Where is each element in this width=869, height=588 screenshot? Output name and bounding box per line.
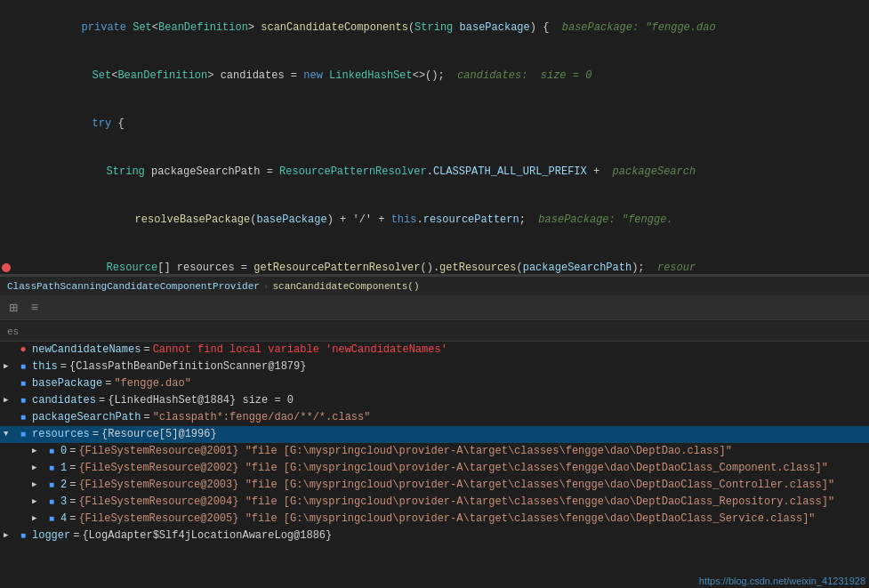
expand-arrow-res3: ▶	[32, 494, 43, 511]
expand-arrow-res0: ▶	[32, 443, 43, 460]
code-line-4: String packageSearchPath = ResourcePatte…	[0, 148, 869, 196]
var-eq-this: =	[60, 358, 67, 375]
code-content-3: try {	[27, 100, 869, 148]
breadcrumb-method: scanCandidateComponents()	[272, 281, 419, 292]
debug-toolbar: ⊞ ≡	[0, 295, 869, 320]
var-row-packageSearchPath[interactable]: ■ packageSearchPath = "classpath*:fengge…	[0, 409, 869, 426]
expand-arrow-logger: ▶	[4, 528, 14, 544]
var-eq-res4: =	[69, 511, 76, 528]
var-icon-logger: ■	[16, 528, 30, 544]
breakpoint-6	[2, 263, 11, 272]
watermark: https://blog.csdn.net/weixin_41231928	[699, 576, 865, 586]
var-row-basePackage[interactable]: ■ basePackage = "fengge.dao"	[0, 375, 869, 392]
code-content-2: Set<BeanDefinition> candidates = new Lin…	[27, 52, 869, 100]
var-name-basePackage: basePackage	[32, 375, 102, 392]
var-row-logger[interactable]: ▶ ■ logger = {LogAdapter$Slf4jLocationAw…	[0, 528, 869, 544]
var-icon-resources: ■	[16, 426, 30, 443]
code-line-6: Resource[] resources = getResourcePatter…	[0, 244, 869, 276]
var-eq-basePackage: =	[105, 375, 111, 392]
var-icon-res3: ■	[44, 494, 59, 511]
var-val-resources: {Resource[5]@1996}	[101, 426, 217, 443]
var-name-logger: logger	[32, 528, 70, 544]
expand-arrow-res2: ▶	[32, 477, 43, 494]
expand-arrow-candidates: ▶	[4, 392, 14, 409]
var-icon-newCandidateNames: ●	[16, 342, 30, 358]
expand-arrow-resources: ▼	[4, 426, 14, 443]
var-icon-res2: ■	[44, 477, 59, 494]
var-eq-resources: =	[93, 426, 99, 443]
var-row-res2[interactable]: ▶ ■ 2 = {FileSystemResource@2003} "file …	[0, 477, 869, 494]
var-name-candidates: candidates	[32, 392, 96, 409]
code-content-5: resolveBasePackage(basePackage) + '/' + …	[27, 196, 869, 244]
var-val-newCandidateNames: Cannot find local variable 'newCandidate…	[153, 342, 447, 358]
var-name-newCandidateNames: newCandidateNames	[32, 342, 141, 358]
var-name-resources: resources	[32, 426, 90, 443]
variables-panel: es ● newCandidateNames = Cannot find loc…	[0, 320, 869, 588]
breadcrumb: ClassPathScanningCandidateComponentProvi…	[0, 276, 869, 295]
var-icon-this: ■	[16, 358, 30, 375]
var-name-packageSearchPath: packageSearchPath	[32, 409, 141, 426]
var-val-packageSearchPath: "classpath*:fengge/dao/**/*.class"	[153, 409, 371, 426]
var-name-res2: 2	[60, 477, 67, 494]
code-editor: private Set<BeanDefinition> scanCandidat…	[0, 0, 869, 276]
var-name-res0: 0	[60, 443, 67, 460]
expand-arrow-res1: ▶	[32, 460, 43, 477]
var-eq-candidates: =	[99, 392, 105, 409]
var-icon-candidates: ■	[16, 392, 30, 409]
code-content-4: String packageSearchPath = ResourcePatte…	[27, 148, 869, 196]
var-eq-res1: =	[69, 460, 76, 477]
variables-list: es ● newCandidateNames = Cannot find loc…	[0, 320, 869, 546]
var-eq-packageSearchPath: =	[143, 409, 149, 426]
var-eq-res0: =	[69, 443, 76, 460]
code-lines: private Set<BeanDefinition> scanCandidat…	[0, 0, 869, 276]
expand-arrow-this: ▶	[4, 358, 14, 375]
variables-label-bar: es	[0, 322, 869, 342]
var-eq-logger: =	[73, 528, 79, 544]
var-val-logger: {LogAdapter$Slf4jLocationAwareLog@1886}	[82, 528, 332, 544]
var-row-newCandidateNames[interactable]: ● newCandidateNames = Cannot find local …	[0, 342, 869, 358]
code-line-1: private Set<BeanDefinition> scanCandidat…	[0, 4, 869, 52]
var-eq-res2: =	[69, 477, 76, 494]
var-row-candidates[interactable]: ▶ ■ candidates = {LinkedHashSet@1884} si…	[0, 392, 869, 409]
debug-list-icon[interactable]: ≡	[27, 300, 43, 316]
code-content-1: private Set<BeanDefinition> scanCandidat…	[27, 4, 869, 52]
var-icon-res4: ■	[44, 511, 59, 528]
expand-arrow-res4: ▶	[32, 511, 43, 528]
var-val-res1: {FileSystemResource@2002} "file [G:\mysp…	[78, 460, 828, 477]
code-line-5: resolveBasePackage(basePackage) + '/' + …	[0, 196, 869, 244]
var-icon-packageSearchPath: ■	[16, 409, 30, 426]
code-line-3: try {	[0, 100, 869, 148]
var-name-res3: 3	[60, 494, 67, 511]
code-line-2: Set<BeanDefinition> candidates = new Lin…	[0, 52, 869, 100]
var-name-res1: 1	[60, 460, 67, 477]
var-val-res3: {FileSystemResource@2004} "file [G:\mysp…	[78, 494, 834, 511]
var-eq-res3: =	[69, 494, 76, 511]
var-row-resources[interactable]: ▼ ■ resources = {Resource[5]@1996}	[0, 426, 869, 443]
breadcrumb-class: ClassPathScanningCandidateComponentProvi…	[7, 281, 260, 292]
var-eq-newCandidateNames: =	[143, 342, 149, 358]
var-row-res4[interactable]: ▶ ■ 4 = {FileSystemResource@2005} "file …	[0, 511, 869, 528]
var-name-this: this	[32, 358, 58, 375]
var-row-res3[interactable]: ▶ ■ 3 = {FileSystemResource@2004} "file …	[0, 494, 869, 511]
breadcrumb-sep: ›	[263, 281, 270, 292]
var-val-candidates: {LinkedHashSet@1884} size = 0	[108, 392, 294, 409]
var-row-this[interactable]: ▶ ■ this = {ClassPathBeanDefinitionScann…	[0, 358, 869, 375]
var-name-res4: 4	[60, 511, 67, 528]
var-val-res4: {FileSystemResource@2005} "file [G:\mysp…	[78, 511, 815, 528]
var-icon-res0: ■	[44, 443, 59, 460]
var-val-basePackage: "fengge.dao"	[114, 375, 190, 392]
var-row-res0[interactable]: ▶ ■ 0 = {FileSystemResource@2001} "file …	[0, 443, 869, 460]
code-content-6: Resource[] resources = getResourcePatter…	[27, 244, 869, 276]
var-val-this: {ClassPathBeanDefinitionScanner@1879}	[69, 358, 306, 375]
var-icon-basePackage: ■	[16, 375, 30, 392]
var-icon-res1: ■	[44, 460, 59, 477]
var-val-res2: {FileSystemResource@2003} "file [G:\mysp…	[78, 477, 834, 494]
variables-label: es	[7, 326, 19, 337]
var-val-res0: {FileSystemResource@2001} "file [G:\mysp…	[78, 443, 732, 460]
debug-grid-icon[interactable]: ⊞	[5, 300, 21, 316]
var-row-res1[interactable]: ▶ ■ 1 = {FileSystemResource@2002} "file …	[0, 460, 869, 477]
